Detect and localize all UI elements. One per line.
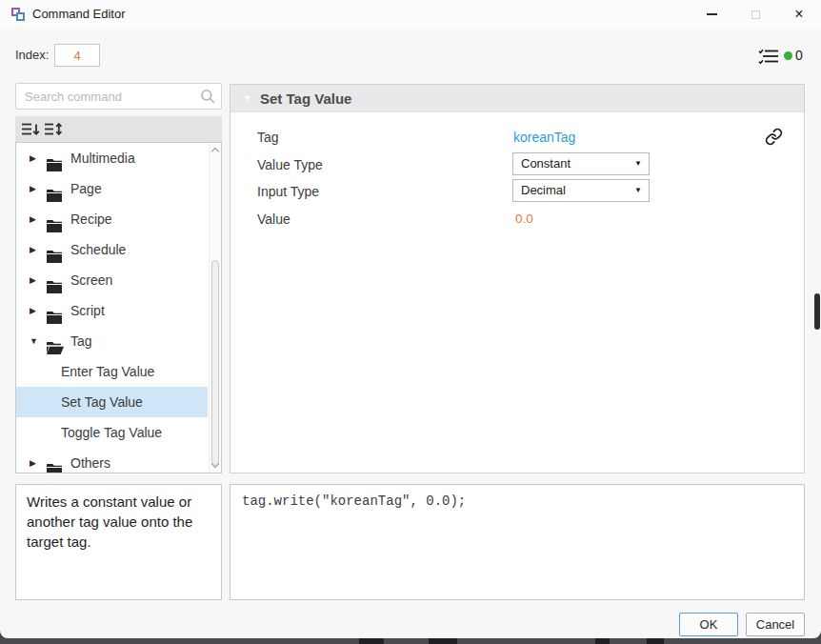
tree-item-label: Toggle Tag Value <box>61 417 162 448</box>
value-field[interactable]: 0.0 <box>515 211 533 226</box>
tree-toolbar <box>15 116 222 142</box>
expander-icon[interactable]: ▶ <box>30 143 36 173</box>
expander-icon[interactable]: ▶ <box>30 265 36 295</box>
status-cluster: 0 <box>756 43 813 68</box>
scroll-up-icon[interactable] <box>211 148 219 155</box>
tree-scrollbar-thumb[interactable] <box>211 260 219 466</box>
expander-icon[interactable]: ▶ <box>30 204 36 234</box>
close-button[interactable]: × <box>777 0 821 29</box>
tree-item-page[interactable]: ▶ Page <box>16 173 208 204</box>
checklist-icon[interactable] <box>758 49 779 68</box>
generated-code: tag.write("koreanTag", 0.0); <box>242 493 466 509</box>
tree-item-recipe[interactable]: ▶ Recipe <box>16 204 208 234</box>
expander-icon[interactable]: ▼ <box>30 326 38 356</box>
command-tree: ▶ Multimedia ▶ Page ▶ Recipe ▶ Schedule … <box>15 142 222 473</box>
tree-item-script[interactable]: ▶ Script <box>16 295 208 326</box>
tree-item-enter-tag-value[interactable]: Enter Tag Value <box>16 356 208 387</box>
value-label: Value <box>257 211 290 227</box>
expander-icon[interactable]: ▶ <box>30 234 36 265</box>
tree-item-label: Others <box>70 448 110 473</box>
tree-item-label: Script <box>70 295 105 326</box>
app-logo-icon <box>10 7 26 22</box>
value-type-label: Value Type <box>257 157 323 172</box>
tree-item-label: Screen <box>70 265 112 295</box>
tree-scrollbar[interactable] <box>209 143 221 473</box>
sort-descending-icon[interactable] <box>22 122 40 140</box>
index-label: Index: <box>15 44 49 67</box>
window-title: Command Editor <box>32 0 126 29</box>
minimize-button[interactable] <box>690 0 733 29</box>
value-type-selected: Constant <box>521 156 571 171</box>
panel-title: Set Tag Value <box>260 85 351 112</box>
cancel-button[interactable]: Cancel <box>746 613 805 636</box>
titlebar: Command Editor × <box>0 0 821 29</box>
tag-label: Tag <box>257 130 279 145</box>
value-type-dropdown[interactable]: Constant ▼ <box>512 152 650 175</box>
tree-item-set-tag-value[interactable]: Set Tag Value <box>16 387 208 417</box>
tree-item-screen[interactable]: ▶ Screen <box>16 265 208 295</box>
tree-item-tag[interactable]: ▼ Tag <box>16 326 208 356</box>
search-box <box>15 83 222 110</box>
link-tag-icon[interactable] <box>765 128 783 150</box>
tag-value-link[interactable]: koreanTag <box>513 130 575 145</box>
dropdown-caret-icon: ▼ <box>634 153 642 174</box>
window-controls: × <box>690 0 821 29</box>
tree-item-label: Enter Tag Value <box>61 356 154 387</box>
sort-ascending-icon[interactable] <box>45 122 63 140</box>
command-description-panel: Writes a constant value or another tag v… <box>15 484 222 600</box>
status-count: 0 <box>795 43 803 68</box>
tree-item-label: Set Tag Value <box>61 387 143 417</box>
input-type-dropdown[interactable]: Decimal ▼ <box>512 179 650 202</box>
tree-item-label: Page <box>70 173 102 204</box>
tree-item-multimedia[interactable]: ▶ Multimedia <box>16 143 208 173</box>
tree-item-label: Schedule <box>70 234 126 265</box>
command-editor-window: Command Editor × Index: 0 <box>0 0 821 638</box>
tree-item-schedule[interactable]: ▶ Schedule <box>16 234 208 265</box>
code-preview-panel: tag.write("koreanTag", 0.0); <box>230 484 805 600</box>
tree-item-others[interactable]: ▶ Others <box>16 448 208 473</box>
index-input[interactable] <box>54 44 100 67</box>
tree-item-label: Multimedia <box>70 143 135 173</box>
search-input[interactable] <box>15 83 222 110</box>
dropdown-caret-icon: ▼ <box>634 180 642 201</box>
input-type-selected: Decimal <box>521 183 566 197</box>
expander-icon[interactable]: ▶ <box>30 295 36 326</box>
expander-icon[interactable]: ▶ <box>30 173 36 204</box>
tree-item-toggle-tag-value[interactable]: Toggle Tag Value <box>16 417 208 448</box>
search-icon <box>200 89 215 108</box>
collapse-icon[interactable]: ▼ <box>243 85 251 112</box>
panel-header[interactable]: ▼ Set Tag Value <box>230 85 804 112</box>
expander-icon[interactable]: ▶ <box>30 448 36 473</box>
command-description: Writes a constant value or another tag v… <box>27 492 210 552</box>
ok-button[interactable]: OK <box>679 613 738 636</box>
input-type-label: Input Type <box>257 184 319 199</box>
maximize-button[interactable] <box>733 0 777 29</box>
maximize-icon <box>751 10 760 19</box>
window-scrollbar-thumb[interactable] <box>814 293 820 330</box>
close-icon: × <box>794 7 803 22</box>
status-dot-icon <box>784 51 792 60</box>
editor-panel: ▼ Set Tag Value Tag koreanTag Value Type… <box>230 84 805 473</box>
tree-item-label: Recipe <box>70 204 112 234</box>
tree-item-label: Tag <box>70 326 92 356</box>
folder-icon <box>47 456 62 473</box>
taskbar-strip <box>0 638 821 644</box>
minimize-icon <box>707 13 717 15</box>
